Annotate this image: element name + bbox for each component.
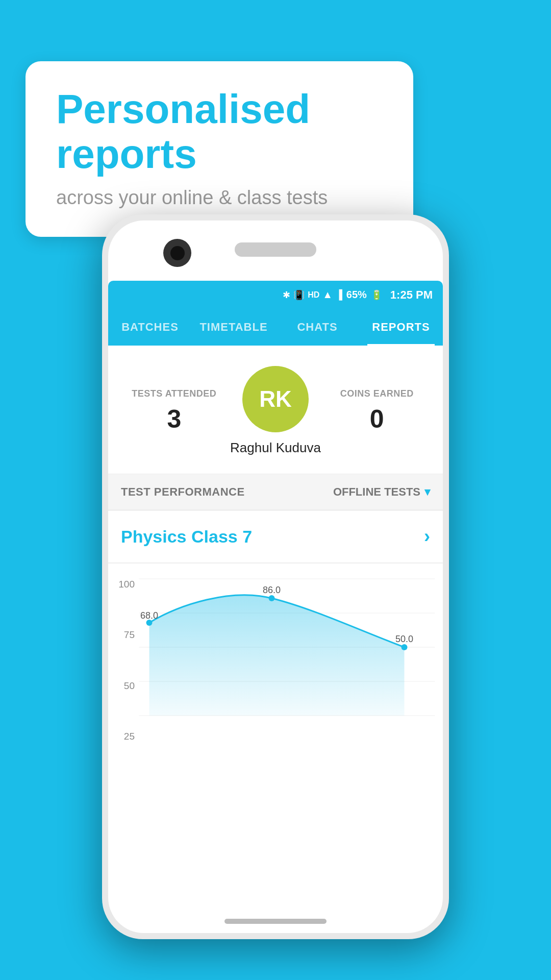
y-axis-labels: 100 75 50 25 (116, 574, 139, 757)
chart-label-1: 68.0 (140, 610, 158, 621)
avatar-block: RK Raghul Kuduva (225, 366, 327, 456)
bubble-subtitle: across your online & class tests (56, 187, 383, 209)
battery-icon: 🔋 (371, 289, 382, 301)
tests-attended-value: 3 (123, 404, 225, 434)
user-name: Raghul Kuduva (230, 440, 321, 456)
status-bar: ✱ 📳 HD ▲ ▐ 65% 🔋 1:25 PM (108, 281, 443, 309)
chart-container: 100 75 50 25 (116, 574, 435, 757)
phone-home-bar (224, 919, 327, 924)
y-label-50: 50 (124, 680, 135, 692)
chevron-down-icon: ▾ (424, 485, 430, 499)
tab-batches[interactable]: BATCHES (108, 309, 192, 346)
dropdown-label: OFFLINE TESTS (333, 485, 420, 499)
performance-label: TEST PERFORMANCE (121, 485, 245, 499)
chart-label-2: 86.0 (263, 585, 281, 595)
class-name: Physics Class 7 (121, 527, 252, 547)
coins-earned-value: 0 (326, 404, 428, 434)
avatar: RK (242, 366, 309, 432)
status-icons: ✱ 📳 HD ▲ ▐ (283, 289, 342, 301)
hd-icon: HD (308, 290, 319, 300)
vibrate-icon: 📳 (293, 289, 305, 301)
chart-area: 100 75 50 25 (108, 564, 443, 757)
phone-camera (163, 239, 191, 267)
phone-screen: ✱ 📳 HD ▲ ▐ 65% 🔋 1:25 PM (108, 281, 443, 898)
filter-section: TEST PERFORMANCE OFFLINE TESTS ▾ (108, 474, 443, 510)
tests-attended-block: TESTS ATTENDED 3 (123, 388, 225, 434)
phone-mockup: ✱ 📳 HD ▲ ▐ 65% 🔋 1:25 PM (102, 214, 449, 939)
status-time: 1:25 PM (390, 288, 433, 302)
bluetooth-icon: ✱ (283, 289, 290, 301)
tab-chats[interactable]: CHATS (276, 309, 359, 346)
chart-label-3: 50.0 (395, 634, 413, 644)
chart-svg: 68.0 86.0 50.0 (139, 574, 435, 732)
avatar-initials: RK (259, 386, 292, 412)
nav-tabs: BATCHES TIMETABLE CHATS REPORTS (108, 309, 443, 346)
tab-reports[interactable]: REPORTS (359, 309, 443, 346)
coins-earned-block: COINS EARNED 0 (326, 388, 428, 434)
y-label-100: 100 (118, 579, 135, 590)
phone-body: ✱ 📳 HD ▲ ▐ 65% 🔋 1:25 PM (102, 214, 449, 939)
class-item[interactable]: Physics Class 7 › (108, 510, 443, 564)
coins-earned-label: COINS EARNED (326, 388, 428, 399)
chart-plot: 68.0 86.0 50.0 (139, 574, 435, 757)
wifi-icon: ▲ (322, 289, 333, 301)
phone-speaker (235, 242, 316, 257)
tab-timetable[interactable]: TIMETABLE (192, 309, 276, 346)
class-arrow-icon: › (424, 526, 430, 547)
offline-tests-dropdown[interactable]: OFFLINE TESTS ▾ (333, 485, 430, 499)
speech-bubble: Personalised reports across your online … (26, 61, 413, 237)
chart-point-2 (269, 595, 275, 601)
y-label-75: 75 (124, 629, 135, 641)
bubble-title: Personalised reports (56, 87, 383, 177)
tests-attended-label: TESTS ATTENDED (123, 388, 225, 399)
y-label-25: 25 (124, 731, 135, 742)
signal-icon: ▐ (336, 289, 342, 300)
chart-point-3 (402, 644, 408, 650)
battery-percentage: 65% (346, 289, 367, 301)
profile-section: TESTS ATTENDED 3 RK Raghul Kuduva COINS … (108, 346, 443, 474)
